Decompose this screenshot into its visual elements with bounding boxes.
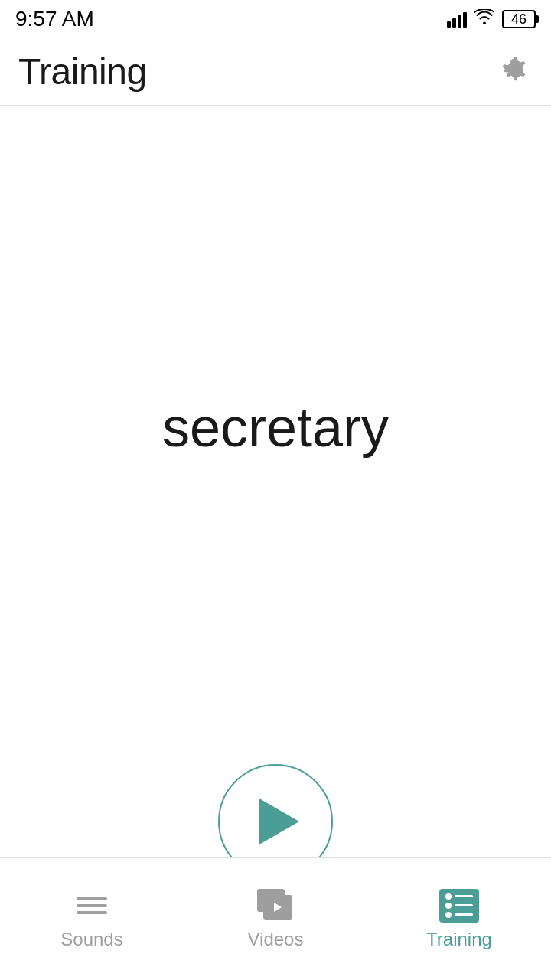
training-nav-label: Training [426,929,492,950]
signal-icon [447,11,467,28]
wifi-icon [474,9,494,29]
training-nav-icon [439,889,479,923]
videos-nav-label: Videos [248,929,304,950]
videos-nav-icon [256,889,295,923]
gear-icon [499,55,533,89]
sounds-nav-icon [72,889,112,923]
nav-item-training[interactable]: Training [367,889,551,950]
nav-item-videos[interactable]: Videos [184,889,367,950]
word-area: secretary [0,106,551,718]
status-time: 9:57 AM [15,7,94,31]
battery-indicator: 46 [502,10,536,28]
nav-item-sounds[interactable]: Sounds [0,889,184,950]
status-bar: 9:57 AM 46 [0,0,551,38]
page-title: Training [18,51,147,93]
play-triangle-icon [259,799,299,844]
status-icons: 46 [447,9,536,29]
settings-button[interactable] [499,55,533,89]
page-body: secretary i [0,106,551,978]
sounds-nav-label: Sounds [60,929,122,950]
bottom-nav: Sounds Videos [0,858,551,980]
word-display: secretary [162,396,389,459]
header: Training [0,38,551,106]
